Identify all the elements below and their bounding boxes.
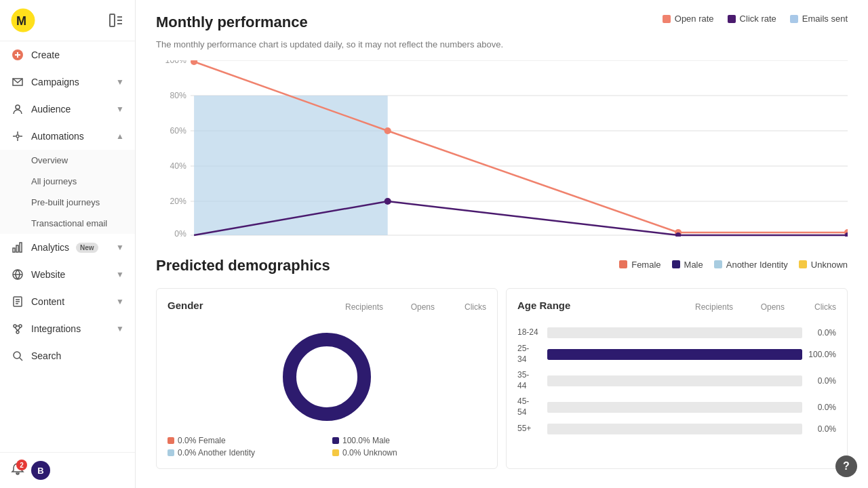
gender-card: Gender Recipients Opens Clicks <box>156 288 498 469</box>
submenu-prebuilt-journeys[interactable]: Pre-built journeys <box>0 192 135 213</box>
click-rate-dot <box>728 15 736 23</box>
svg-rect-11 <box>13 248 15 252</box>
chart-subtitle: The monthly performance chart is updated… <box>156 39 848 49</box>
notification-button[interactable]: 2 <box>11 462 24 479</box>
submenu-transactional-email[interactable]: Transactional email <box>0 213 135 234</box>
age-label-18-24: 18-24 <box>517 327 542 338</box>
chart-legend: Open rate Click rate Emails sent <box>663 14 848 24</box>
main-content: Monthly performance Open rate Click rate… <box>136 0 868 488</box>
sidebar-item-content-label: Content <box>31 296 64 307</box>
age-bar-25-34 <box>547 349 802 360</box>
sidebar-item-campaigns[interactable]: Campaigns ▼ <box>0 68 135 96</box>
sidebar-item-website[interactable]: Website ▼ <box>0 261 135 288</box>
automations-icon <box>11 129 24 143</box>
mailchimp-logo[interactable]: M <box>11 8 35 33</box>
emails-sent-label: Emails sent <box>802 14 848 24</box>
female-legend-dot <box>167 437 174 444</box>
sidebar-item-integrations[interactable]: Integrations ▼ <box>0 315 135 342</box>
sidebar-toggle-icon[interactable] <box>108 12 124 28</box>
monthly-performance-chart: 100% 80% 60% 40% 20% 0% <box>156 60 848 237</box>
gender-header-opens: Opens <box>394 302 435 312</box>
sidebar-item-create[interactable]: Create <box>0 41 135 68</box>
integrations-icon <box>11 322 24 336</box>
age-row-45-54: 45-54 0.0% <box>517 396 836 418</box>
sidebar-item-create-label: Create <box>31 49 60 60</box>
svg-text:80%: 80% <box>170 91 186 100</box>
click-rate-dot-1 <box>384 198 391 205</box>
demographics-cards: Gender Recipients Opens Clicks <box>156 288 848 469</box>
sidebar-item-automations[interactable]: Automations ▲ <box>0 123 135 150</box>
sidebar-item-analytics-label: Analytics <box>31 242 69 253</box>
audience-chevron: ▼ <box>116 104 124 114</box>
sidebar-item-audience[interactable]: Audience ▼ <box>0 96 135 123</box>
svg-text:0%: 0% <box>174 229 186 237</box>
chart-svg: 100% 80% 60% 40% 20% 0% <box>156 60 848 237</box>
legend-another-identity: Another Identity <box>714 260 788 270</box>
male-label: Male <box>684 260 703 270</box>
gender-header-recipients: Recipients <box>342 302 383 312</box>
content-chevron: ▼ <box>116 297 124 306</box>
legend-click-rate: Click rate <box>728 14 776 24</box>
sidebar-header: M <box>0 0 135 41</box>
age-row-55plus: 55+ 0.0% <box>517 424 836 434</box>
age-rows: 18-24 0.0% 25-34 100.0% <box>517 327 836 434</box>
automations-chevron: ▲ <box>116 131 124 141</box>
age-bar-container-55plus <box>547 424 802 434</box>
legend-emails-sent: Emails sent <box>790 14 848 24</box>
svg-line-26 <box>20 358 22 361</box>
sidebar-item-search-label: Search <box>31 350 61 361</box>
automations-submenu: Overview All journeys Pre-built journeys… <box>0 150 135 234</box>
search-icon <box>11 349 24 363</box>
analytics-icon <box>11 241 24 254</box>
gender-headers: Recipients Opens Clicks <box>342 302 486 312</box>
svg-line-24 <box>18 327 20 331</box>
legend-female: Female <box>619 260 660 270</box>
age-bar-container-45-54 <box>547 402 802 413</box>
unknown-label: Unknown <box>811 260 848 270</box>
sidebar-item-search[interactable]: Search <box>0 342 135 369</box>
svg-rect-12 <box>16 245 18 252</box>
age-header-clicks: Clicks <box>795 302 836 312</box>
unknown-legend-dot <box>332 449 339 456</box>
svg-point-20 <box>19 325 22 327</box>
sidebar-bottom: 2 B <box>0 452 135 488</box>
sidebar-item-analytics[interactable]: Analytics New ▼ <box>0 234 135 261</box>
another-identity-label: Another Identity <box>726 260 788 270</box>
gender-title: Gender <box>167 300 203 311</box>
notification-count: 2 <box>16 460 27 470</box>
sidebar-item-audience-label: Audience <box>31 104 71 115</box>
sidebar-item-content[interactable]: Content ▼ <box>0 288 135 315</box>
another-identity-legend-label: 0.0% Another Identity <box>178 448 255 458</box>
page-title: Monthly performance <box>156 14 308 37</box>
age-pct-55plus: 0.0% <box>808 424 836 434</box>
female-label: Female <box>631 260 660 270</box>
help-button[interactable]: ? <box>835 455 857 477</box>
gender-legend-another-identity: 0.0% Another Identity <box>167 448 321 458</box>
audience-icon <box>11 102 24 116</box>
age-pct-25-34: 100.0% <box>808 350 836 359</box>
female-legend-label: 0.0% Female <box>178 436 226 445</box>
age-header-opens: Opens <box>744 302 785 312</box>
svg-text:100%: 100% <box>165 60 187 65</box>
legend-unknown: Unknown <box>799 260 848 270</box>
demographics-section: Predicted demographics Female Male Anoth… <box>156 257 848 469</box>
another-identity-dot <box>714 260 722 268</box>
svg-rect-13 <box>20 243 22 252</box>
campaigns-icon <box>11 75 24 89</box>
age-label-35-44: 35-44 <box>517 370 542 391</box>
open-rate-dot-2 <box>384 127 391 134</box>
submenu-overview[interactable]: Overview <box>0 150 135 171</box>
sidebar-item-campaigns-label: Campaigns <box>31 77 79 87</box>
svg-point-9 <box>16 105 20 109</box>
age-label-45-54: 45-54 <box>517 396 542 418</box>
sidebar-item-integrations-label: Integrations <box>31 323 81 334</box>
age-headers: Recipients Opens Clicks <box>692 302 836 312</box>
emails-sent-bar <box>194 96 388 235</box>
create-icon <box>11 48 24 62</box>
analytics-badge: New <box>76 243 98 253</box>
submenu-all-journeys[interactable]: All journeys <box>0 171 135 192</box>
campaigns-chevron: ▼ <box>116 77 124 87</box>
gender-legend: 0.0% Female 100.0% Male 0.0% Another Ide… <box>167 436 486 458</box>
user-avatar[interactable]: B <box>31 461 50 480</box>
age-range-title: Age Range <box>517 300 570 311</box>
